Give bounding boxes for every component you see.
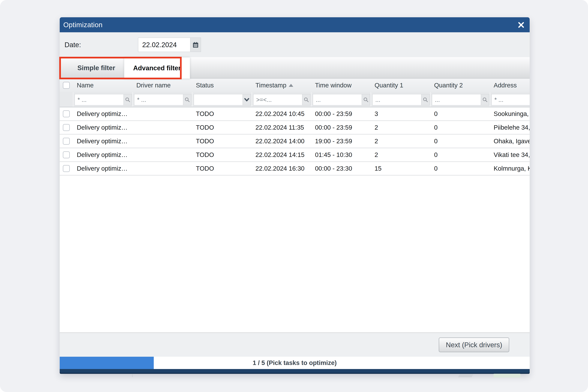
background-peek bbox=[494, 374, 521, 378]
driver-name-filter-input[interactable] bbox=[134, 94, 183, 106]
dialog-bottom-edge bbox=[60, 369, 530, 374]
cell-driver bbox=[132, 135, 192, 148]
optimization-dialog: Optimization Date: bbox=[60, 17, 530, 374]
cell-quantity-2: 0 bbox=[430, 162, 490, 175]
cell-status: TODO bbox=[192, 148, 251, 161]
search-icon[interactable] bbox=[362, 94, 370, 106]
cell-address: Vikati tee 34, bbox=[490, 148, 530, 161]
cell-time-window: 00:00 - 23:59 bbox=[311, 108, 371, 120]
chevron-down-icon[interactable] bbox=[242, 94, 251, 106]
cell-driver bbox=[132, 121, 192, 134]
page-background: Optimization Date: bbox=[0, 0, 588, 392]
cell-quantity-1: 15 bbox=[371, 162, 430, 175]
dialog-footer: Next (Pick drivers) bbox=[60, 332, 530, 357]
timestamp-filter-input[interactable] bbox=[253, 94, 302, 106]
time-window-filter-input[interactable] bbox=[313, 94, 362, 106]
cell-time-window: 00:00 - 23:30 bbox=[311, 162, 371, 175]
tab-advanced-filter[interactable]: Advanced filter bbox=[124, 58, 190, 78]
column-header-quantity-2[interactable]: Quantity 2 bbox=[430, 82, 490, 89]
cell-address: Piibelehe 34, bbox=[490, 121, 530, 134]
cell-timestamp: 22.02.2024 10:45 bbox=[251, 108, 311, 120]
cell-name: Delivery optimiz… bbox=[73, 108, 132, 120]
row-checkbox[interactable] bbox=[63, 138, 70, 145]
select-all-checkbox[interactable] bbox=[63, 82, 70, 89]
address-filter-input[interactable] bbox=[491, 94, 530, 106]
row-checkbox[interactable] bbox=[63, 124, 70, 131]
cell-address: Ohaka, Igave bbox=[490, 135, 530, 148]
column-header-time-window[interactable]: Time window bbox=[311, 82, 371, 89]
search-icon[interactable] bbox=[481, 94, 489, 106]
cell-quantity-1: 3 bbox=[371, 108, 430, 120]
cell-timestamp: 22.02.2024 14:15 bbox=[251, 148, 311, 161]
tab-simple-filter[interactable]: Simple filter bbox=[68, 58, 124, 78]
column-header-timestamp[interactable]: Timestamp bbox=[251, 82, 311, 89]
cell-time-window: 19:00 - 23:59 bbox=[311, 135, 371, 148]
cell-quantity-2: 0 bbox=[430, 135, 490, 148]
dialog-titlebar: Optimization bbox=[60, 17, 530, 32]
column-header-address[interactable]: Address bbox=[490, 82, 530, 89]
search-icon[interactable] bbox=[183, 94, 192, 106]
row-checkbox[interactable] bbox=[63, 165, 70, 172]
table-header-row: Name Driver name Status Timestamp Time w… bbox=[60, 78, 530, 92]
cell-status: TODO bbox=[192, 162, 251, 175]
column-header-status[interactable]: Status bbox=[192, 82, 251, 89]
search-icon[interactable] bbox=[302, 94, 311, 106]
cell-timestamp: 22.02.2024 14:00 bbox=[251, 135, 311, 148]
background-peek bbox=[132, 374, 133, 377]
cell-address: Kolmnurga, K bbox=[490, 162, 530, 175]
status-filter-select[interactable] bbox=[194, 94, 242, 106]
cell-status: TODO bbox=[192, 108, 251, 120]
table-empty-area bbox=[60, 176, 530, 332]
cell-quantity-1: 2 bbox=[371, 135, 430, 148]
column-header-quantity-1[interactable]: Quantity 1 bbox=[371, 82, 430, 89]
tasks-table: Name Driver name Status Timestamp Time w… bbox=[60, 78, 530, 332]
table-row[interactable]: Delivery optimiz… TODO 22.02.2024 14:00 … bbox=[60, 135, 530, 148]
column-header-driver-name[interactable]: Driver name bbox=[132, 82, 192, 89]
calendar-icon[interactable] bbox=[191, 38, 201, 52]
cell-quantity-1: 2 bbox=[371, 121, 430, 134]
cell-status: TODO bbox=[192, 135, 251, 148]
cell-name: Delivery optimiz… bbox=[73, 148, 132, 161]
filter-cell-empty bbox=[60, 92, 73, 108]
cell-driver bbox=[132, 148, 192, 161]
name-filter-input[interactable] bbox=[75, 94, 123, 106]
column-header-name[interactable]: Name bbox=[73, 82, 132, 89]
progress-step-text: 1 / 5 (Pick tasks to optimize) bbox=[60, 359, 530, 366]
table-filter-row bbox=[60, 92, 530, 108]
wizard-progress-bar: 1 / 5 (Pick tasks to optimize) bbox=[60, 357, 530, 369]
cell-quantity-2: 0 bbox=[430, 121, 490, 134]
date-input[interactable] bbox=[138, 38, 191, 52]
table-row[interactable]: Delivery optimiz… TODO 22.02.2024 14:15 … bbox=[60, 148, 530, 162]
table-row[interactable]: Delivery optimiz… TODO 22.02.2024 16:30 … bbox=[60, 162, 530, 176]
cell-time-window: 00:00 - 23:59 bbox=[311, 121, 371, 134]
quantity-2-filter-input[interactable] bbox=[432, 94, 481, 106]
date-row: Date: bbox=[60, 32, 530, 57]
row-checkbox[interactable] bbox=[63, 152, 70, 158]
cell-name: Delivery optimiz… bbox=[73, 121, 132, 134]
filter-tabstrip: Simple filter Advanced filter bbox=[60, 57, 530, 78]
cell-timestamp: 22.02.2024 16:30 bbox=[251, 162, 311, 175]
table-row[interactable]: Delivery optimiz… TODO 22.02.2024 11:35 … bbox=[60, 121, 530, 135]
cell-name: Delivery optimiz… bbox=[73, 135, 132, 148]
cell-name: Delivery optimiz… bbox=[73, 162, 132, 175]
cell-time-window: 01:45 - 10:30 bbox=[311, 148, 371, 161]
date-label: Date: bbox=[64, 41, 138, 49]
cell-quantity-1: 2 bbox=[371, 148, 430, 161]
background-peek bbox=[458, 374, 474, 377]
search-icon[interactable] bbox=[123, 94, 132, 106]
search-icon[interactable] bbox=[421, 94, 430, 106]
table-row[interactable]: Delivery optimiz… TODO 22.02.2024 10:45 … bbox=[60, 108, 530, 121]
quantity-1-filter-input[interactable] bbox=[372, 94, 421, 106]
cell-quantity-2: 0 bbox=[430, 108, 490, 120]
cell-driver bbox=[132, 162, 192, 175]
cell-driver bbox=[132, 108, 192, 120]
cell-quantity-2: 0 bbox=[430, 148, 490, 161]
sort-ascending-icon bbox=[289, 84, 293, 87]
close-icon[interactable] bbox=[517, 21, 525, 29]
next-pick-drivers-button[interactable]: Next (Pick drivers) bbox=[439, 338, 509, 352]
dialog-title: Optimization bbox=[63, 21, 103, 29]
cell-status: TODO bbox=[192, 121, 251, 134]
cell-timestamp: 22.02.2024 11:35 bbox=[251, 121, 311, 134]
cell-address: Sookuninga, bbox=[490, 108, 530, 120]
row-checkbox[interactable] bbox=[63, 110, 70, 117]
